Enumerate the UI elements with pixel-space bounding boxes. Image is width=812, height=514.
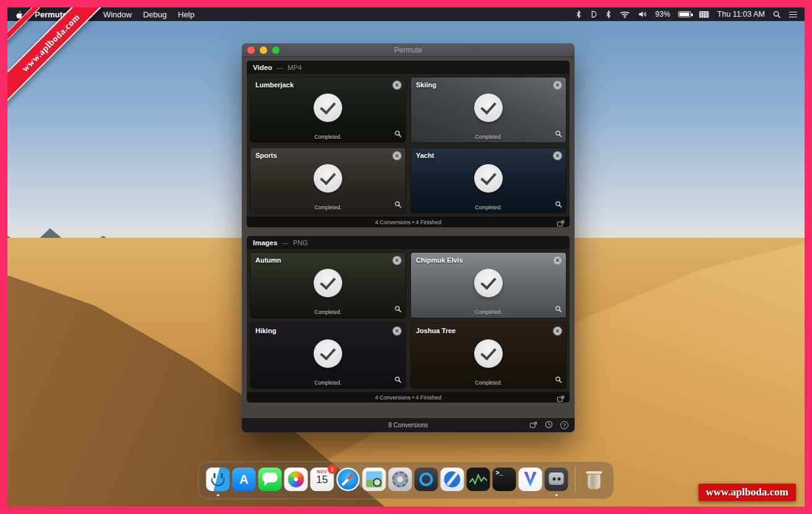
export-settings-icon[interactable] — [557, 394, 565, 405]
section-label: Images — [253, 239, 278, 246]
menu-window[interactable]: Window — [103, 10, 131, 19]
window-titlebar[interactable]: Permute — [242, 43, 575, 57]
reveal-in-finder-icon[interactable] — [555, 199, 562, 211]
watermark-text: www.aplboda.com — [706, 486, 788, 498]
conversion-summary: 4 Conversions • 4 Finished — [375, 394, 441, 401]
dock-trash-icon[interactable] — [583, 468, 606, 491]
spotlight-search-icon[interactable] — [773, 11, 781, 19]
dock-permute-icon[interactable] — [545, 468, 568, 491]
reveal-in-finder-icon[interactable] — [555, 129, 562, 140]
conversion-card-skiing[interactable]: Skiing × Completed. — [411, 77, 566, 142]
conversion-card-autumn[interactable]: Autumn × Completed. — [250, 253, 405, 318]
conversion-card-lumberjack[interactable]: Lumberjack × Completed. — [250, 77, 405, 142]
section-separator: — — [282, 239, 289, 246]
dock-xcode-icon[interactable] — [441, 468, 464, 491]
reveal-in-finder-icon[interactable] — [394, 199, 402, 211]
dock-finder-icon[interactable] — [206, 468, 230, 491]
card-status: Completed. — [411, 134, 566, 140]
export-settings-icon[interactable] — [557, 219, 565, 230]
menu-clock[interactable]: Thu 11:03 AM — [717, 10, 765, 19]
conversion-card-yacht[interactable]: Yacht × Completed. — [411, 148, 566, 213]
reveal-in-finder-icon[interactable] — [555, 375, 562, 386]
watermark-badge: www.aplboda.com — [699, 484, 796, 501]
card-title: Skiing — [416, 81, 436, 89]
reveal-in-finder-icon[interactable] — [394, 304, 402, 315]
d-shape-status-icon[interactable] — [590, 10, 597, 19]
conversion-card-chipmuk-elvis[interactable]: Chipmuk Elvis × Completed. — [411, 253, 566, 318]
battery-percentage: 93% — [655, 10, 670, 19]
section-separator: — — [276, 64, 283, 71]
keyboard-input-icon[interactable] — [699, 11, 709, 18]
menu-help[interactable]: Help — [178, 10, 195, 19]
remove-card-button[interactable]: × — [392, 256, 402, 265]
completed-check-icon — [314, 339, 342, 368]
window-status-bar: 8 Conversions ? — [242, 418, 575, 432]
running-indicator — [555, 494, 558, 497]
dock-vector-editor-icon[interactable] — [519, 468, 542, 491]
card-status: Completed. — [250, 380, 405, 386]
card-status: Completed. — [411, 380, 566, 386]
menu-edit[interactable]: Edit — [78, 10, 92, 19]
bluetooth-icon[interactable] — [575, 10, 582, 19]
format-selector[interactable]: MP4 — [288, 64, 302, 71]
remove-card-button[interactable]: × — [392, 326, 402, 336]
dock-quicktime-icon[interactable] — [415, 468, 438, 491]
help-icon[interactable]: ? — [560, 421, 568, 429]
conversion-card-sports[interactable]: Sports × Completed. — [250, 148, 405, 213]
dock-photos-icon[interactable] — [285, 468, 308, 491]
card-status: Completed. — [411, 204, 566, 211]
reveal-in-finder-icon[interactable] — [394, 375, 402, 386]
desktop: Permute Video — MP4 Lumberja — [7, 21, 805, 507]
remove-card-button[interactable]: × — [553, 81, 562, 90]
completed-check-icon — [474, 94, 503, 122]
card-status: Completed. — [250, 204, 405, 211]
completed-check-icon — [474, 164, 503, 193]
dock-calendar-icon[interactable]: NOV 15 1 — [311, 468, 334, 491]
reveal-in-finder-icon[interactable] — [555, 304, 562, 315]
conversion-card-hiking[interactable]: Hiking × Completed. — [250, 323, 405, 388]
conversion-summary: 4 Conversions • 4 Finished — [375, 219, 441, 225]
card-title: Yacht — [416, 152, 434, 159]
remove-card-button[interactable]: × — [392, 151, 402, 160]
bluetooth-icon[interactable] — [605, 10, 612, 19]
section-video-header[interactable]: Video — MP4 — [247, 61, 570, 74]
wifi-icon[interactable] — [620, 11, 630, 18]
calendar-day: 15 — [311, 474, 334, 486]
apple-menu-icon[interactable] — [15, 10, 24, 19]
export-settings-icon[interactable] — [529, 420, 537, 431]
history-icon[interactable] — [545, 420, 553, 431]
dock: A NOV 15 1 >_ — [198, 461, 614, 499]
dock-activity-monitor-icon[interactable] — [467, 468, 490, 491]
menu-debug[interactable]: Debug — [143, 10, 167, 19]
dock-preview-icon[interactable] — [363, 468, 386, 491]
format-selector[interactable]: PNG — [293, 239, 308, 246]
images-card-grid: Autumn × Completed. Chipmuk Elvis — [247, 249, 570, 392]
dock-messages-icon[interactable] — [258, 468, 282, 491]
battery-icon[interactable] — [678, 11, 691, 17]
remove-card-button[interactable]: × — [553, 151, 562, 160]
completed-check-icon — [474, 339, 503, 368]
screenshot-frame: Permute Edit Window Debug Help — [0, 0, 812, 514]
notification-center-icon[interactable] — [789, 11, 797, 17]
remove-card-button[interactable]: × — [553, 326, 562, 336]
completed-check-icon — [314, 164, 342, 193]
remove-card-button[interactable]: × — [553, 256, 562, 265]
conversion-card-joshua-tree[interactable]: Joshua Tree × Completed. — [411, 323, 566, 388]
completed-check-icon — [474, 269, 503, 297]
completed-check-icon — [314, 94, 342, 122]
dock-app-store-icon[interactable]: A — [232, 468, 256, 491]
section-images-footer: 4 Conversions • 4 Finished — [247, 392, 570, 403]
video-card-grid: Lumberjack × Completed. Skiing — [247, 74, 570, 217]
app-menu-title[interactable]: Permute — [35, 10, 67, 19]
volume-icon[interactable] — [638, 11, 647, 18]
dock-terminal-icon[interactable]: >_ — [493, 468, 516, 491]
running-indicator — [217, 494, 219, 497]
menu-bar: Permute Edit Window Debug Help — [7, 7, 805, 21]
section-images-header[interactable]: Images — PNG — [247, 236, 570, 249]
reveal-in-finder-icon[interactable] — [394, 129, 402, 140]
section-video: Video — MP4 Lumberjack × Completed. — [247, 61, 570, 227]
dock-system-preferences-icon[interactable] — [389, 468, 412, 491]
completed-check-icon — [314, 269, 342, 297]
dock-safari-icon[interactable] — [337, 468, 360, 491]
remove-card-button[interactable]: × — [392, 81, 402, 90]
